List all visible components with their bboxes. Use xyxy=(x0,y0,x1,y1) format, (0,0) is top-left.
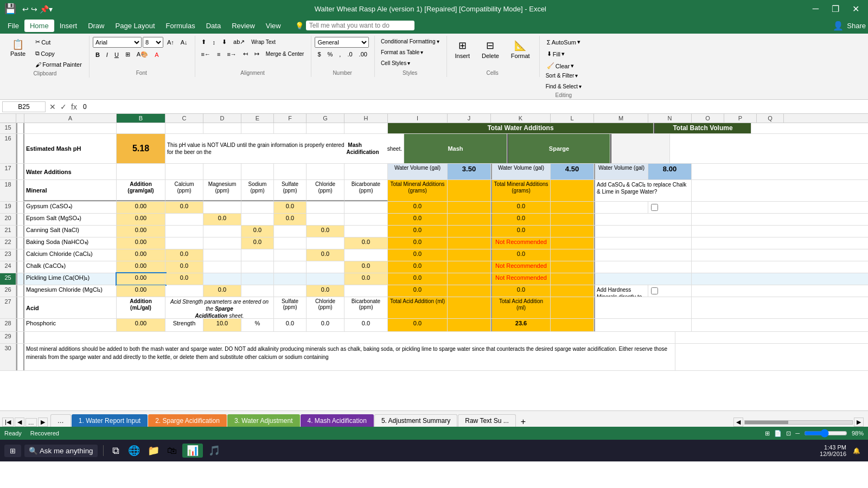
scroll-left-button[interactable]: ◀ xyxy=(733,418,743,427)
align-right-button[interactable]: ≡→ xyxy=(224,49,239,59)
row-num-19[interactable]: 19 xyxy=(0,202,16,213)
cell-D23[interactable] xyxy=(203,249,241,261)
cell-F25[interactable] xyxy=(274,273,307,285)
currency-button[interactable]: $ xyxy=(315,49,323,59)
align-top-button[interactable]: ⬆ xyxy=(199,37,209,47)
italic-button[interactable]: I xyxy=(104,50,111,60)
align-center-button[interactable]: ≡ xyxy=(214,49,223,59)
cell-J27[interactable] xyxy=(448,297,491,318)
start-button[interactable]: ⊞ xyxy=(4,445,21,457)
cell-I20[interactable]: 0.0 xyxy=(388,214,448,225)
col-header-Q[interactable]: Q xyxy=(757,114,784,123)
row-num-28[interactable]: 28 xyxy=(0,319,16,331)
cell-total-water-header[interactable]: Total Water Additions xyxy=(388,123,654,133)
cell-C26[interactable] xyxy=(165,285,203,297)
cell-H25[interactable]: 0.0 xyxy=(344,273,388,285)
format-button[interactable]: 📐 Format xyxy=(506,37,535,69)
cell-28-indicator[interactable] xyxy=(16,319,24,331)
col-header-N[interactable]: N xyxy=(648,114,692,123)
cell-L25[interactable] xyxy=(551,273,594,285)
cell-I19[interactable]: 0.0 xyxy=(388,202,448,213)
align-middle-button[interactable]: ↕ xyxy=(210,37,219,47)
cell-mash-vol-value[interactable]: 3.50 xyxy=(448,164,491,179)
cell-B22[interactable]: 0.00 xyxy=(117,237,165,249)
cell-sparge-header[interactable]: Sparge xyxy=(507,134,610,163)
taskbar-excel-button[interactable]: 📊 xyxy=(182,444,203,458)
cell-K19[interactable]: 0.0 xyxy=(491,202,551,213)
cell-H24[interactable]: 0.0 xyxy=(344,261,388,273)
col-header-L[interactable]: L xyxy=(551,114,594,123)
menu-home[interactable]: Home xyxy=(24,20,54,32)
row-num-27[interactable]: 27 xyxy=(0,297,16,318)
cell-F21[interactable] xyxy=(274,226,307,237)
cell-B25[interactable]: 0.00 xyxy=(117,273,165,285)
cell-H27[interactable]: Bicarbonate(ppm) xyxy=(344,297,388,318)
task-view-button[interactable]: ⧉ xyxy=(109,444,123,458)
minimize-button[interactable]: ─ xyxy=(808,4,823,14)
cell-L24[interactable] xyxy=(551,261,594,273)
cell-B28[interactable]: 0.00 xyxy=(117,319,165,331)
cell-sparge-vol-label[interactable]: Water Volume (gal) xyxy=(491,164,551,179)
decrease-decimal-button[interactable]: .0 xyxy=(344,49,355,59)
cell-B17[interactable] xyxy=(117,164,165,179)
cell-H15[interactable] xyxy=(344,123,388,133)
cell-C23[interactable]: 0.0 xyxy=(165,249,203,261)
horizontal-scrollbar[interactable] xyxy=(744,420,853,425)
menu-formulas[interactable]: Formulas xyxy=(161,20,201,32)
cell-MN20[interactable] xyxy=(594,214,692,225)
font-grow-button[interactable]: A↑ xyxy=(164,37,177,47)
col-header-F[interactable]: F xyxy=(274,114,307,123)
cell-J20[interactable] xyxy=(448,214,491,225)
cell-F23[interactable] xyxy=(274,249,307,261)
cell-F17[interactable] xyxy=(274,164,307,179)
tab-raw-text[interactable]: Raw Text Su ... xyxy=(458,414,515,427)
format-painter-button[interactable]: 🖌 Format Painter xyxy=(33,60,85,69)
cell-22-indicator[interactable] xyxy=(16,237,24,249)
menu-file[interactable]: File xyxy=(2,20,24,32)
increase-decimal-button[interactable]: .00 xyxy=(356,49,370,59)
cell-G17[interactable] xyxy=(307,164,344,179)
cell-25-indicator[interactable] xyxy=(16,273,24,285)
cell-C28[interactable]: Strength xyxy=(165,319,203,331)
cell-L20[interactable] xyxy=(551,214,594,225)
cell-18-indicator[interactable] xyxy=(16,180,24,201)
cell-reference-input[interactable] xyxy=(2,101,46,112)
menu-review[interactable]: Review xyxy=(226,20,260,32)
cell-B26[interactable]: 0.00 xyxy=(117,285,165,297)
taskbar-ie-button[interactable]: 🌐 xyxy=(126,444,142,458)
cell-F27[interactable]: Sulfate(ppm) xyxy=(274,297,307,318)
cell-MN23[interactable] xyxy=(594,249,692,261)
zoom-slider[interactable] xyxy=(804,429,847,438)
checkbox-sparge-replace[interactable] xyxy=(651,204,658,211)
cell-E21[interactable]: 0.0 xyxy=(241,226,274,237)
cell-J18[interactable] xyxy=(448,180,491,201)
cell-A15[interactable] xyxy=(24,123,117,133)
scroll-right-button[interactable]: ▶ xyxy=(854,418,864,427)
col-header-H[interactable]: H xyxy=(344,114,388,123)
cell-B16[interactable]: 5.18 xyxy=(117,134,165,163)
formula-input[interactable] xyxy=(81,102,866,112)
menu-data[interactable]: Data xyxy=(201,20,226,32)
font-color-button[interactable]: A xyxy=(152,50,161,60)
col-header-J[interactable]: J xyxy=(448,114,491,123)
fill-button[interactable]: ⬇ Fill ▾ xyxy=(544,49,583,59)
align-left-button[interactable]: ≡← xyxy=(199,49,213,59)
clear-button[interactable]: 🧹 Clear ▾ xyxy=(544,61,583,71)
cell-B21[interactable]: 0.00 xyxy=(117,226,165,237)
cell-K26[interactable]: 0.0 xyxy=(491,285,551,297)
cell-A17[interactable]: Water Additions xyxy=(24,164,117,179)
cell-E19[interactable] xyxy=(241,202,274,213)
decrease-indent-button[interactable]: ↤ xyxy=(240,49,251,59)
cell-H26[interactable] xyxy=(344,285,388,297)
cell-B18[interactable]: Addition(gram/gal) xyxy=(117,180,165,201)
cell-B23[interactable]: 0.00 xyxy=(117,249,165,261)
row-num-24[interactable]: 24 xyxy=(0,261,16,273)
cell-A26[interactable]: Magnesium Chloride (MgCl₂) xyxy=(24,285,117,297)
cell-MN28[interactable] xyxy=(594,319,692,331)
cell-19-indicator[interactable] xyxy=(16,202,24,213)
cell-J25[interactable] xyxy=(448,273,491,285)
row-num-30[interactable]: 30 xyxy=(0,344,16,370)
cell-C21[interactable] xyxy=(165,226,203,237)
cell-17-indicator[interactable] xyxy=(16,164,24,179)
increase-indent-button[interactable]: ↦ xyxy=(252,49,262,59)
